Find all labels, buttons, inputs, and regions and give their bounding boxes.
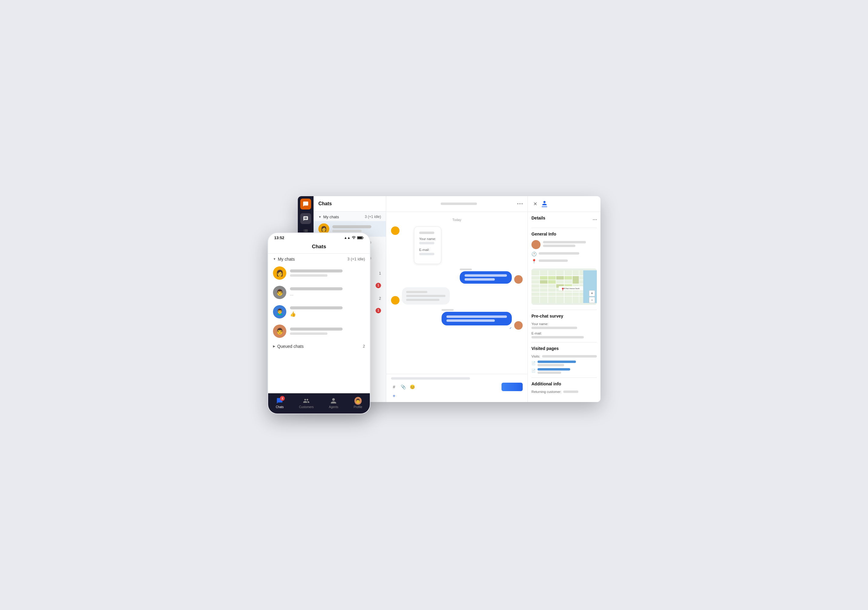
prechat-name-input-bar — [419, 242, 434, 244]
mobile-name-bar — [290, 269, 343, 272]
prechat-form-row: Your name: E-mail: — [391, 227, 523, 264]
mobile-queued-label: Queued chats — [277, 344, 361, 349]
mobile-nav-agents-label: Agents — [329, 405, 338, 409]
survey-name-field: Your name: — [532, 322, 597, 329]
msg-bar — [406, 299, 439, 301]
mobile-chat-item[interactable]: 👨 — [268, 321, 370, 341]
chat-messages-area: Today Your name: E-mail: — [386, 212, 527, 374]
unread-badge: 1 — [375, 283, 381, 288]
map-zoom-in-btn[interactable]: + — [589, 290, 595, 296]
mobile-avatar: 👩 — [273, 266, 286, 280]
emoji-icon[interactable]: 😊 — [409, 384, 415, 390]
my-chats-count: 3 (+1 idle) — [365, 215, 381, 219]
survey-email-label: E-mail: — [532, 332, 597, 335]
mobile-nav-profile-label: Profile — [353, 405, 362, 409]
info-name-block — [543, 241, 597, 248]
my-chats-label: My chats — [323, 215, 363, 219]
mobile-avatar: 👨 — [273, 324, 286, 338]
svg-rect-19 — [548, 280, 556, 284]
mobile-nav-customers[interactable]: Customers — [297, 396, 316, 410]
bot-avatar — [391, 227, 400, 235]
info-name-bar — [543, 241, 586, 244]
chat-main-area: Today Your name: E-mail: — [386, 196, 528, 402]
chat-preview-bar — [332, 230, 362, 232]
info-location-row: 📍 — [532, 259, 597, 264]
chat-input-area: # 📎 😊 + — [386, 374, 527, 402]
nav-chats-icon[interactable] — [300, 213, 311, 224]
prechat-name-label: Your name: — [419, 237, 436, 241]
map-zoom-out-btn[interactable]: − — [589, 297, 595, 303]
section-divider — [532, 310, 597, 310]
mobile-nav-profile[interactable]: 👨 Profile — [351, 396, 364, 410]
map-svg: 228 Park Avenue South — [532, 269, 597, 305]
person-tab[interactable] — [542, 200, 547, 207]
svg-rect-16 — [548, 276, 556, 279]
details-title: Details — [532, 216, 546, 220]
clock-icon: 🕐 — [532, 251, 536, 256]
mobile-chat-info: 👍 — [290, 306, 365, 317]
returning-customer-row: Returning customer: — [532, 390, 597, 394]
incoming-bubble — [402, 287, 450, 304]
mobile-nav-agents[interactable]: Agents — [327, 396, 341, 410]
mobile-status-bar: 13:52 ▲▲ — [268, 233, 370, 241]
mobile-chat-item[interactable]: 👩 — [268, 263, 370, 283]
hashtag-icon[interactable]: # — [391, 384, 397, 390]
page-name-bar — [538, 368, 570, 371]
mobile-name-bar — [290, 306, 343, 309]
survey-name-label: Your name: — [532, 322, 597, 326]
svg-rect-15 — [540, 280, 547, 284]
page-item: 📄 — [532, 368, 597, 374]
details-more-btn[interactable] — [593, 219, 597, 220]
additional-info-title: Additional info — [532, 382, 597, 386]
mobile-queued-count: 2 — [363, 344, 365, 348]
message-row-outgoing — [391, 268, 523, 284]
close-details-button[interactable]: ✕ — [532, 200, 539, 207]
read-checkmark: ✓ — [509, 326, 512, 330]
signal-icon: ▲▲ — [344, 236, 350, 239]
mobile-chats-title: Chats — [273, 244, 365, 250]
map-container: 228 Park Avenue South + − — [532, 269, 597, 305]
mobile-nav-agents-icon — [330, 397, 337, 404]
msg-bar — [406, 291, 427, 293]
other-chats-count: 2 — [379, 296, 381, 301]
page-file-icon: 📄 — [532, 369, 536, 373]
agent-avatar — [514, 321, 523, 330]
my-chats-section-header[interactable]: ▼ My chats 3 (+1 idle) — [313, 212, 386, 221]
date-divider: Today — [391, 218, 523, 222]
my-chats-chevron: ▼ — [318, 215, 321, 219]
location-icon: 📍 — [532, 259, 536, 264]
attachment-icon[interactable]: 📎 — [400, 384, 406, 390]
page-name-bar — [538, 360, 576, 363]
info-time-row: 🕐 — [532, 251, 597, 256]
mobile-chat-item[interactable]: 👨‍🦱 👍 — [268, 302, 370, 321]
chats-title: Chats — [318, 201, 381, 206]
svg-rect-22 — [573, 276, 579, 283]
page-item: 📄 — [532, 360, 597, 366]
unread-badge: 1 — [375, 308, 381, 314]
profile-avatar: 👨 — [354, 397, 362, 405]
prechat-survey-title: Pre-chat survey — [532, 314, 597, 318]
mobile-chat-item[interactable]: 👨 ··· — [268, 283, 370, 302]
send-button[interactable] — [502, 383, 523, 391]
closed-chats-count: 1 — [379, 271, 381, 275]
mobile-name-bar — [290, 328, 343, 331]
mobile-my-chats-header[interactable]: ▼ My chats 3 (+1 idle) — [268, 254, 370, 263]
visited-pages-section: Visited pages Visits: 📄 📄 — [532, 346, 597, 374]
chat-header-more-btn[interactable] — [517, 203, 523, 204]
mobile-nav-profile-icon: 👨 — [354, 397, 362, 404]
msg-time-bar — [460, 269, 472, 270]
svg-rect-14 — [540, 276, 547, 279]
chat-header-name-bar — [441, 203, 477, 205]
svg-rect-18 — [564, 276, 572, 279]
mobile-preview-bar — [290, 332, 327, 335]
survey-name-value-bar — [532, 327, 577, 329]
page-file-icon: 📄 — [532, 361, 536, 365]
mobile-queued-chats-header[interactable]: ▶ Queued chats 2 — [268, 341, 370, 352]
mobile-header: Chats — [268, 241, 370, 254]
app-logo[interactable] — [300, 199, 311, 210]
info-location-block — [539, 259, 597, 263]
mobile-nav-chats[interactable]: 2 Chats — [273, 396, 286, 410]
returning-value-bar — [563, 391, 578, 393]
add-icon[interactable]: + — [391, 393, 397, 399]
info-subname-bar — [543, 245, 575, 247]
